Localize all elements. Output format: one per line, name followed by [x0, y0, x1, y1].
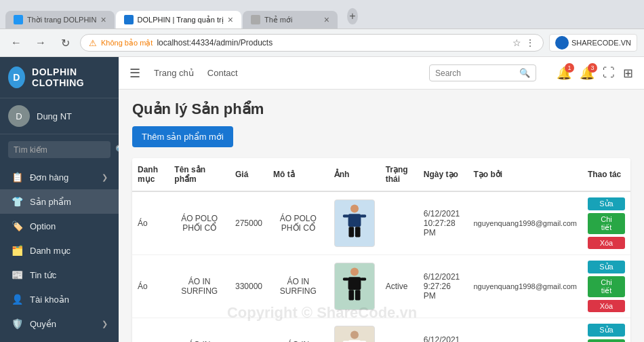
hamburger-icon[interactable]: ☰ [129, 66, 140, 81]
new-tab-button[interactable]: + [339, 4, 366, 28]
col-status: Trạng thái [380, 158, 418, 191]
app-layout: D DOLPHIN CLOTHING D Dung NT 🔍 📋 Đơn hàn… [0, 57, 644, 342]
sidebar-item-label-products: Sản phẩm [30, 197, 71, 207]
svg-rect-2 [343, 214, 349, 217]
main-content: Quản lý Sản phẩm Thêm sản phẩm mới Danh … [119, 90, 644, 342]
sharecode-label: SHARECODE.VN [571, 39, 631, 47]
col-created-date: Ngày tạo [418, 158, 468, 191]
back-button[interactable]: ← [7, 33, 26, 52]
sidebar-item-options[interactable]: 🏷️ Option [0, 214, 119, 238]
svg-rect-3 [360, 214, 366, 217]
sidebar-item-accounts[interactable]: 👤 Tài khoản [0, 287, 119, 311]
avatar: D [8, 105, 30, 127]
sidebar-item-categories[interactable]: 🗂️ Danh mục [0, 238, 119, 263]
tab-1[interactable]: Thời trang DOLPHIN × [5, 11, 115, 28]
cell-name: ÁO POLO PHỐI CỔ [169, 191, 230, 255]
avatar-initial: D [16, 111, 22, 121]
cell-category: Áo [132, 318, 169, 343]
new-tab-icon[interactable]: + [347, 8, 358, 24]
cell-created-by: nguyenquang1998@gmail.com [468, 191, 582, 255]
cell-created: 6/12/202110:27:28 PM [418, 191, 468, 255]
bell2-badge: 3 [588, 63, 597, 73]
browser-chrome: Thời trang DOLPHIN × DOLPHIN | Trang quả… [0, 0, 644, 29]
delete-button[interactable]: Xóa [588, 237, 625, 249]
col-actions: Thao tác [582, 158, 630, 191]
svg-rect-11 [355, 290, 361, 300]
sidebar-item-roles[interactable]: 🛡️ Quyền ❯ [0, 311, 119, 336]
logo-icon: D [8, 66, 25, 88]
col-description: Mô tả [268, 158, 329, 191]
roles-arrow: ❯ [102, 320, 108, 328]
tab-2[interactable]: DOLPHIN | Trang quản trị × [116, 11, 241, 28]
expand-icon[interactable]: ⛶ [603, 66, 615, 80]
address-url[interactable]: localhost:44334/admin/Products [157, 38, 508, 48]
detail-button[interactable]: Chi tiết [588, 276, 625, 297]
svg-point-6 [350, 268, 359, 276]
sidebar-item-label-orders: Đơn hàng [30, 172, 68, 183]
cell-category: Áo [132, 191, 169, 255]
col-name: Tên sản phẩm [169, 158, 230, 191]
add-product-button[interactable]: Thêm sản phẩm mới [132, 126, 233, 147]
table-row: Áo ÁO IN SURFING 330000 ÁO IN SURFING [132, 255, 630, 318]
cell-description: ÁO IN PARADISE [268, 318, 329, 343]
cell-category: Áo [132, 255, 169, 318]
tab-2-close[interactable]: × [228, 15, 233, 24]
cell-price: 275000 [230, 191, 268, 255]
forward-button[interactable]: → [31, 33, 50, 52]
sidebar-item-label-options: Option [30, 221, 56, 231]
topnav-contact[interactable]: Contact [207, 68, 238, 78]
accounts-icon: 👤 [11, 294, 23, 305]
sidebar: D DOLPHIN CLOTHING D Dung NT 🔍 📋 Đơn hàn… [0, 57, 119, 342]
cell-price: 330000 [230, 318, 268, 343]
menu-icon[interactable]: ⋮ [525, 37, 535, 48]
notification-bell-1[interactable]: 🔔 1 [557, 66, 571, 81]
sidebar-search-input[interactable] [14, 145, 115, 155]
cell-created: 6/12/20219:27:26 PM [418, 255, 468, 318]
sidebar-search-row: 🔍 [8, 141, 110, 158]
tab-1-title: Thời trang DOLPHIN [27, 16, 96, 24]
sidebar-item-orders[interactable]: 📋 Đơn hàng ❯ [0, 165, 119, 189]
cell-image [329, 318, 380, 343]
refresh-button[interactable]: ↻ [56, 33, 75, 52]
cell-created: 6/12/20219:24:34 PM [418, 318, 468, 343]
tab-3-close[interactable]: × [324, 15, 329, 24]
topnav-home[interactable]: Trang chủ [154, 68, 194, 78]
grid-icon[interactable]: ⊞ [623, 66, 633, 81]
warning-text: Không bảo mật [101, 39, 153, 48]
detail-button[interactable]: Chi tiết [588, 213, 625, 234]
warning-icon: ⚠ [89, 38, 97, 48]
col-category: Danh mục [132, 158, 169, 191]
tab-3[interactable]: Thẻ mới × [243, 11, 338, 28]
sidebar-item-feedback[interactable]: 💬 Phản hồi [0, 336, 119, 342]
cell-created-by: nguyenquang1998@gmail.com [468, 255, 582, 318]
cell-status: Active [380, 318, 418, 343]
sidebar-item-products[interactable]: 👕 Sản phẩm [0, 189, 119, 214]
edit-button[interactable]: Sửa [588, 197, 625, 210]
sharecode-dot [555, 36, 569, 50]
orders-icon: 📋 [11, 172, 23, 183]
svg-rect-1 [348, 214, 361, 227]
topnav-search-icon[interactable]: 🔍 [519, 68, 530, 78]
sidebar-item-label-accounts: Tài khoản [30, 294, 69, 305]
address-bar-row: ← → ↻ ⚠ Không bảo mật localhost:44334/ad… [0, 29, 644, 57]
cell-description: ÁO IN SURFING [268, 255, 329, 318]
cell-actions: Sửa Chi tiết Xóa [582, 255, 630, 318]
star-icon[interactable]: ☆ [512, 37, 521, 48]
sidebar-item-news[interactable]: 📰 Tin tức [0, 263, 119, 287]
cell-actions: Sửa Chi tiết Xóa [582, 191, 630, 255]
tab-1-close[interactable]: × [100, 15, 106, 24]
delete-button[interactable]: Xóa [588, 300, 625, 312]
detail-button[interactable]: Chi tiết [588, 339, 625, 342]
topnav-search-input[interactable] [435, 69, 517, 78]
tab-3-favicon [251, 15, 260, 24]
cell-image [329, 191, 380, 255]
edit-button[interactable]: Sửa [588, 324, 625, 337]
news-icon: 📰 [11, 269, 23, 280]
notification-bell-2[interactable]: 🔔 3 [580, 66, 595, 81]
sidebar-logo: D DOLPHIN CLOTHING [0, 57, 119, 98]
logo-text: DOLPHIN CLOTHING [32, 66, 110, 88]
edit-button[interactable]: Sửa [588, 261, 625, 273]
page-title: Quản lý Sản phẩm [132, 100, 630, 118]
tab-2-favicon [124, 15, 134, 24]
svg-point-12 [350, 331, 359, 339]
